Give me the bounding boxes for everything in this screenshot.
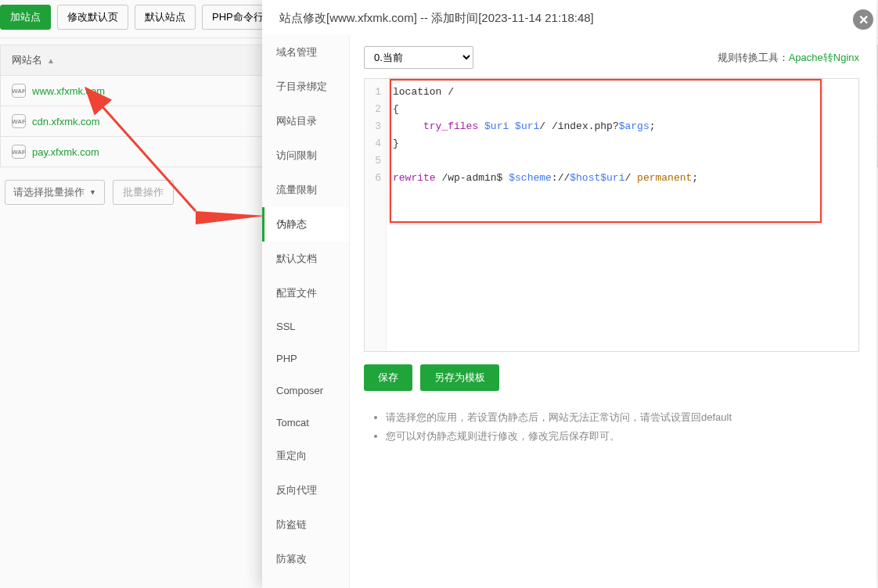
side-item-9[interactable]: PHP (262, 342, 349, 375)
side-item-7[interactable]: 配置文件 (262, 276, 349, 310)
code-line[interactable]: { (393, 101, 852, 118)
code-line[interactable] (393, 152, 852, 170)
code-area[interactable]: location /{ try_files $uri $uri/ /index.… (387, 79, 858, 351)
side-item-5[interactable]: 伪静态 (262, 207, 349, 242)
side-item-13[interactable]: 反向代理 (262, 473, 349, 507)
hints-list: 请选择您的应用，若设置伪静态后，网站无法正常访问，请尝试设置回default 您… (364, 408, 859, 446)
apache-to-nginx-link[interactable]: Apache转Nginx (789, 52, 859, 63)
rule-tool: 规则转换工具：Apache转Nginx (718, 51, 859, 65)
hint-item: 请选择您的应用，若设置伪静态后，网站无法正常访问，请尝试设置回default (386, 408, 859, 427)
side-item-3[interactable]: 访问限制 (262, 138, 349, 173)
save-as-template-button[interactable]: 另存为模板 (420, 364, 499, 391)
side-item-12[interactable]: 重定向 (262, 439, 349, 473)
side-item-10[interactable]: Composer (262, 375, 349, 407)
site-edit-modal: 站点修改[www.xfxmk.com] -- 添加时间[2023-11-14 2… (262, 0, 876, 588)
save-button[interactable]: 保存 (364, 364, 412, 391)
code-line[interactable]: rewrite /wp-admin$ $scheme://$host$uri/ … (393, 170, 852, 187)
tool-label: 规则转换工具： (718, 52, 789, 63)
side-item-4[interactable]: 流量限制 (262, 173, 349, 207)
side-item-6[interactable]: 默认文档 (262, 242, 349, 276)
side-item-1[interactable]: 子目录绑定 (262, 70, 349, 104)
side-menu: 域名管理子目录绑定网站目录访问限制流量限制伪静态默认文档配置文件SSLPHPCo… (262, 35, 350, 588)
code-line[interactable]: } (393, 135, 852, 152)
code-line[interactable]: try_files $uri $uri/ /index.php?$args; (393, 118, 852, 135)
side-item-0[interactable]: 域名管理 (262, 35, 349, 70)
side-item-15[interactable]: 防篡改 (262, 542, 349, 576)
side-item-8[interactable]: SSL (262, 310, 349, 342)
close-icon[interactable]: ✕ (853, 9, 873, 30)
code-editor[interactable]: 123456 location /{ try_files $uri $uri/ … (364, 78, 859, 352)
side-item-11[interactable]: Tomcat (262, 407, 349, 439)
code-line[interactable]: location / (393, 84, 852, 101)
side-item-14[interactable]: 防盗链 (262, 507, 349, 542)
editor-actions: 保存 另存为模板 (364, 364, 859, 391)
hint-item: 您可以对伪静态规则进行修改，修改完后保存即可。 (386, 427, 859, 446)
side-item-2[interactable]: 网站目录 (262, 104, 349, 138)
main-panel: 0.当前 规则转换工具：Apache转Nginx 123456 location… (350, 35, 876, 588)
side-item-16[interactable]: 安全扫描 (262, 576, 349, 588)
panel-top-row: 0.当前 规则转换工具：Apache转Nginx (364, 46, 859, 69)
code-gutter: 123456 (365, 79, 387, 351)
rewrite-template-select[interactable]: 0.当前 (364, 46, 473, 69)
modal-title: 站点修改[www.xfxmk.com] -- 添加时间[2023-11-14 2… (262, 0, 876, 35)
modal-body: 域名管理子目录绑定网站目录访问限制流量限制伪静态默认文档配置文件SSLPHPCo… (262, 35, 876, 588)
